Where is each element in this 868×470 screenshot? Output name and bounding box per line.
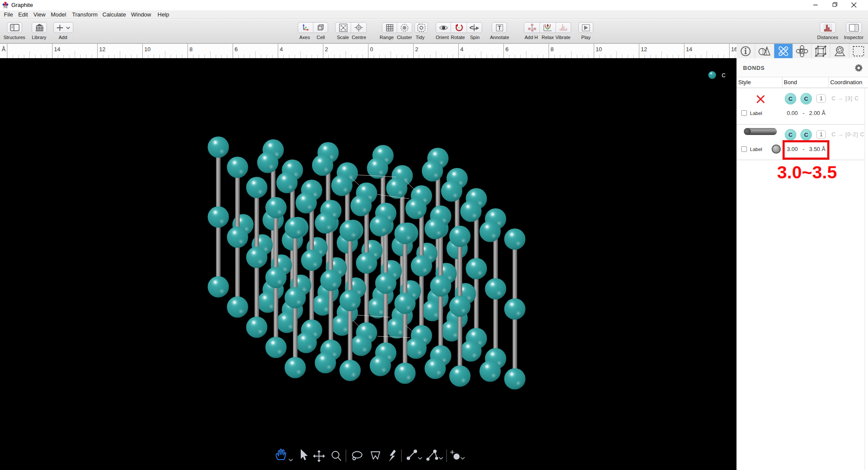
svg-text:8: 8 — [551, 46, 554, 53]
svg-text:12: 12 — [641, 46, 647, 53]
svg-text:10: 10 — [596, 46, 602, 53]
svg-text:0: 0 — [370, 46, 373, 53]
svg-text:Å: Å — [2, 46, 6, 53]
svg-text:6: 6 — [506, 46, 509, 53]
svg-text:6: 6 — [235, 46, 238, 53]
svg-text:16: 16 — [731, 46, 737, 53]
svg-text:4: 4 — [460, 46, 464, 53]
svg-text:14: 14 — [686, 46, 692, 53]
svg-text:10: 10 — [145, 46, 151, 53]
svg-text:12: 12 — [99, 46, 105, 53]
svg-text:8: 8 — [190, 46, 193, 53]
svg-text:C: C — [722, 72, 726, 79]
svg-text:2: 2 — [325, 46, 328, 53]
svg-text:2: 2 — [415, 46, 418, 53]
svg-text:M: M — [3, 4, 8, 9]
svg-text:14: 14 — [54, 46, 60, 53]
svg-text:4: 4 — [280, 46, 283, 53]
